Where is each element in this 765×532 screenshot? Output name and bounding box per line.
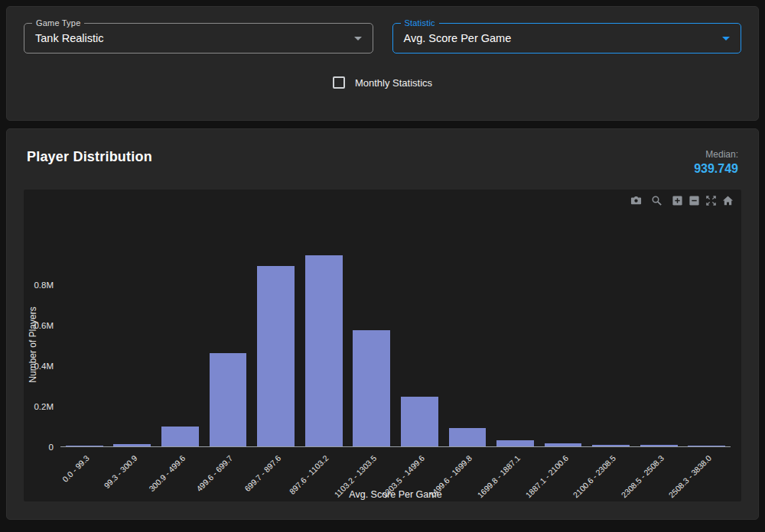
y-tick-label: 0.6M xyxy=(34,321,54,330)
x-axis-title: Avg. Score Per Game xyxy=(60,489,731,500)
chevron-down-icon[interactable] xyxy=(722,37,730,41)
y-tick-label: 0.8M xyxy=(34,281,54,290)
y-tick-label: 0 xyxy=(49,443,54,452)
bar-column: 1303.5 - 1499.6 xyxy=(396,245,444,446)
bar-column: 897.6 - 1103.2 xyxy=(300,245,348,446)
monthly-statistics-checkbox[interactable] xyxy=(333,76,345,89)
median-block: Median: 939.749 xyxy=(694,149,738,176)
bar-column: 699.7 - 897.6 xyxy=(252,245,300,446)
bar[interactable] xyxy=(257,266,295,446)
bar[interactable] xyxy=(66,446,103,447)
autoscale-icon[interactable] xyxy=(705,195,717,206)
plot-area: 0.0 - 99.399.3 - 300.9300.9 - 499.6499.6… xyxy=(60,245,731,447)
bar[interactable] xyxy=(688,446,725,447)
zoom-out-icon[interactable] xyxy=(688,195,700,206)
panel-title: Player Distribution xyxy=(27,149,152,165)
statistic-value: Avg. Score Per Game xyxy=(404,32,723,44)
monthly-statistics-row: Monthly Statistics xyxy=(7,76,758,89)
y-axis-title: Number of Players xyxy=(28,291,38,398)
bar-chart: Number of Players 0.0 - 99.399.3 - 300.9… xyxy=(24,190,741,501)
filters-panel: Game Type Tank Realistic Statistic Avg. … xyxy=(6,6,759,121)
camera-icon[interactable] xyxy=(630,195,642,206)
zoom-icon[interactable] xyxy=(651,195,662,206)
bar[interactable] xyxy=(592,445,630,446)
fields-row: Game Type Tank Realistic Statistic Avg. … xyxy=(7,7,758,54)
bar-column: 1699.8 - 1887.1 xyxy=(491,245,539,446)
bar-column: 2100.6 - 2308.5 xyxy=(587,245,635,446)
bar-column: 499.6 - 699.7 xyxy=(204,245,252,446)
bar[interactable] xyxy=(401,397,438,446)
monthly-statistics-label: Monthly Statistics xyxy=(355,77,432,89)
x-tick-label: 0.0 - 99.3 xyxy=(60,453,91,484)
bar[interactable] xyxy=(305,255,343,446)
bar-column: 99.3 - 300.9 xyxy=(109,245,157,446)
distribution-panel: Player Distribution Median: 939.749 Numb… xyxy=(6,128,759,520)
game-type-label: Game Type xyxy=(32,18,84,28)
median-value: 939.749 xyxy=(694,162,738,176)
reset-axes-icon[interactable] xyxy=(722,195,734,206)
chart-modebar xyxy=(630,195,734,206)
bar-column: 1499.6 - 1699.8 xyxy=(444,245,492,446)
bar[interactable] xyxy=(161,427,199,447)
bars: 0.0 - 99.399.3 - 300.9300.9 - 499.6499.6… xyxy=(60,245,731,446)
game-type-select[interactable]: Game Type Tank Realistic xyxy=(24,23,373,54)
bar[interactable] xyxy=(353,330,390,446)
bar-column: 2508.3 - 3838.0 xyxy=(683,245,731,446)
bar[interactable] xyxy=(113,444,151,446)
x-tick-label: 699.7 - 897.6 xyxy=(243,453,282,493)
bar[interactable] xyxy=(210,353,247,446)
y-tick-label: 0.2M xyxy=(34,402,54,411)
bar-column: 300.9 - 499.6 xyxy=(156,245,204,446)
bar[interactable] xyxy=(449,428,487,446)
bar-column: 0.0 - 99.3 xyxy=(60,245,109,446)
bar[interactable] xyxy=(496,440,534,446)
bar[interactable] xyxy=(545,443,582,446)
bar-column: 1887.1 - 2100.6 xyxy=(539,245,588,446)
chevron-down-icon[interactable] xyxy=(354,37,362,41)
median-label: Median: xyxy=(694,149,738,160)
game-type-value: Tank Realistic xyxy=(35,32,354,44)
chart-header: Player Distribution Median: 939.749 xyxy=(7,129,758,183)
bar[interactable] xyxy=(640,445,678,446)
page: Game Type Tank Realistic Statistic Avg. … xyxy=(0,0,765,532)
statistic-label: Statistic xyxy=(401,18,439,28)
x-tick-label: 300.9 - 499.6 xyxy=(147,453,187,493)
y-tick-label: 0.4M xyxy=(34,362,54,371)
x-tick-label: 99.3 - 300.9 xyxy=(102,453,138,490)
bar-column: 1103.2 - 1303.5 xyxy=(347,245,396,446)
x-tick-label: 499.6 - 699.7 xyxy=(194,453,234,493)
zoom-in-icon[interactable] xyxy=(672,195,683,206)
bar-column: 2308.5 - 2508.3 xyxy=(635,245,683,446)
statistic-select[interactable]: Statistic Avg. Score Per Game xyxy=(392,23,742,54)
